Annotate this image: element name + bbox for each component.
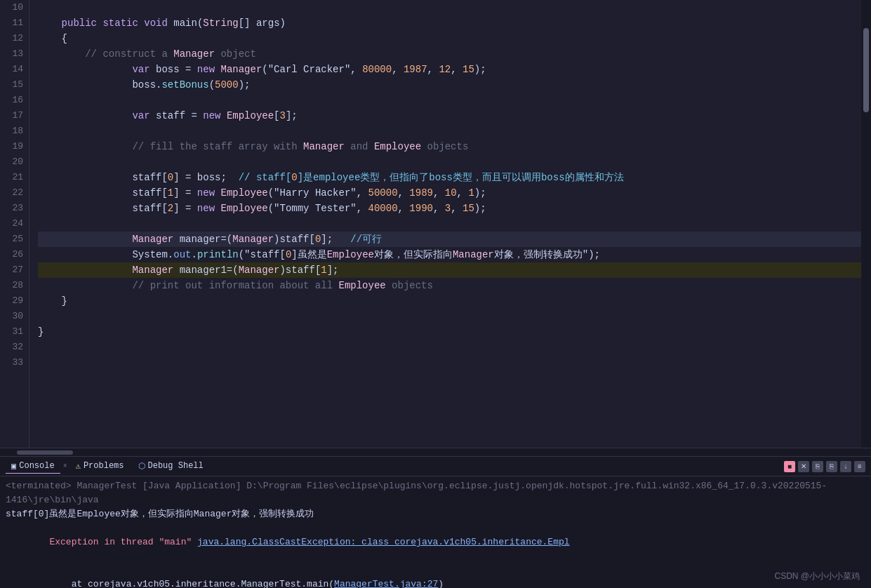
line-number-14: 14 <box>3 62 23 77</box>
terminated-line: <terminated> ManagerTest [Java Applicati… <box>6 479 865 507</box>
line-number-31: 31 <box>3 324 23 340</box>
scrollbar-thumb[interactable] <box>863 28 869 112</box>
code-line-20 <box>38 154 861 170</box>
code-line-13: // construct a Manager object <box>38 46 861 62</box>
bottom-panel: ▣ Console × ⚠ Problems ⬡ Debug Shell ■ ✕… <box>0 456 871 588</box>
tab-debug-label: Debug Shell <box>148 461 204 471</box>
tab-console[interactable]: ▣ Console <box>6 460 60 474</box>
code-line-33 <box>38 355 861 370</box>
copy2-button[interactable]: ⎘ <box>826 461 837 472</box>
editor-container: 1011121314151617181920212223242526272829… <box>0 0 871 588</box>
at-text: at corejava.v1ch05.inheritance.ManagerTe… <box>49 579 334 588</box>
code-line-28: // print out information about all Emplo… <box>38 278 861 293</box>
code-line-19: // fill the staff array with Manager and… <box>38 139 861 154</box>
tab-console-label: Console <box>19 461 54 471</box>
clear-button[interactable]: ✕ <box>798 461 809 472</box>
line-number-19: 19 <box>3 139 23 154</box>
horizontal-scrollbar[interactable] <box>0 448 871 456</box>
line-number-29: 29 <box>3 293 23 309</box>
code-line-30 <box>38 309 861 324</box>
line-number-22: 22 <box>3 185 23 201</box>
line-number-12: 12 <box>3 31 23 46</box>
line-number-25: 25 <box>3 232 23 247</box>
code-line-16 <box>38 93 861 108</box>
vertical-scrollbar[interactable] <box>861 0 871 448</box>
line-number-21: 21 <box>3 170 23 185</box>
tab-problems-label: Problems <box>84 461 124 471</box>
line-number-15: 15 <box>3 77 23 93</box>
code-line-14: var boss = new Manager("Carl Cracker", 8… <box>38 62 861 77</box>
problems-icon: ⚠ <box>76 461 81 472</box>
paren-close: ) <box>438 579 444 588</box>
code-line-15: boss.setBonus(5000); <box>38 77 861 93</box>
code-line-24 <box>38 216 861 232</box>
line-number-13: 13 <box>3 46 23 62</box>
line-number-11: 11 <box>3 15 23 31</box>
code-line-25: Manager manager=(Manager)staff[0]; //可行 <box>38 232 861 247</box>
line-number-23: 23 <box>3 201 23 216</box>
tab-problems[interactable]: ⚠ Problems <box>70 460 130 474</box>
stop-button[interactable]: ■ <box>784 461 795 472</box>
code-line-26: System.out.println("staff[0]虽然是Employee对… <box>38 247 861 262</box>
line-number-26: 26 <box>3 247 23 262</box>
console-output: <terminated> ManagerTest [Java Applicati… <box>0 476 871 588</box>
code-line-11: public static void main(String[] args) <box>38 15 861 31</box>
tab-separator: × <box>63 462 67 470</box>
line-number-10: 10 <box>3 0 23 15</box>
line-number-33: 33 <box>3 355 23 370</box>
console-icon: ▣ <box>11 461 16 472</box>
error-line: Exception in thread "main" java.lang.Cla… <box>6 521 865 563</box>
line-number-17: 17 <box>3 108 23 123</box>
line-number-28: 28 <box>3 278 23 293</box>
debug-icon: ⬡ <box>138 461 145 472</box>
line-number-24: 24 <box>3 216 23 232</box>
line-number-18: 18 <box>3 123 23 139</box>
stack-link[interactable]: ManagerTest.java:27 <box>334 579 438 588</box>
h-scrollbar-thumb[interactable] <box>17 450 73 455</box>
code-line-22: staff[1] = new Employee("Harry Hacker", … <box>38 185 861 201</box>
line-number-30: 30 <box>3 309 23 324</box>
line-numbers: 1011121314151617181920212223242526272829… <box>0 0 29 448</box>
copy1-button[interactable]: ⎘ <box>812 461 823 472</box>
tab-controls: ■ ✕ ⎘ ⎘ ↓ ≡ <box>784 461 865 472</box>
bottom-tabs: ▣ Console × ⚠ Problems ⬡ Debug Shell ■ ✕… <box>0 457 871 476</box>
code-line-12: { <box>38 31 861 46</box>
error-text: Exception in thread "main" <box>49 537 197 547</box>
code-line-17: var staff = new Employee[3]; <box>38 108 861 123</box>
tab-debug-shell[interactable]: ⬡ Debug Shell <box>133 460 209 474</box>
error-link[interactable]: java.lang.ClassCastException: class core… <box>197 537 570 547</box>
line-number-20: 20 <box>3 154 23 170</box>
code-content[interactable]: public static void main(String[] args) {… <box>29 0 861 448</box>
line-number-27: 27 <box>3 262 23 278</box>
stack-trace-line: at corejava.v1ch05.inheritance.ManagerTe… <box>6 563 865 588</box>
line-number-16: 16 <box>3 93 23 108</box>
code-line-29: } <box>38 293 861 309</box>
output-line1: staff[0]虽然是Employee对象，但实际指向Manager对象，强制转… <box>6 507 865 521</box>
code-line-32 <box>38 340 861 355</box>
code-line-27: Manager manager1=(Manager)staff[1]; <box>38 262 861 278</box>
editor-area: 1011121314151617181920212223242526272829… <box>0 0 871 448</box>
code-line-31: } <box>38 324 861 340</box>
scroll1-button[interactable]: ↓ <box>840 461 851 472</box>
line-number-32: 32 <box>3 340 23 355</box>
code-line-23: staff[2] = new Employee("Tommy Tester", … <box>38 201 861 216</box>
code-line-21: staff[0] = boss; // staff[0]是employee类型，… <box>38 170 861 185</box>
watermark: CSDN @小小小小菜鸡 <box>774 570 860 582</box>
code-line-10 <box>38 0 861 15</box>
code-line-18 <box>38 123 861 139</box>
scroll2-button[interactable]: ≡ <box>854 461 865 472</box>
